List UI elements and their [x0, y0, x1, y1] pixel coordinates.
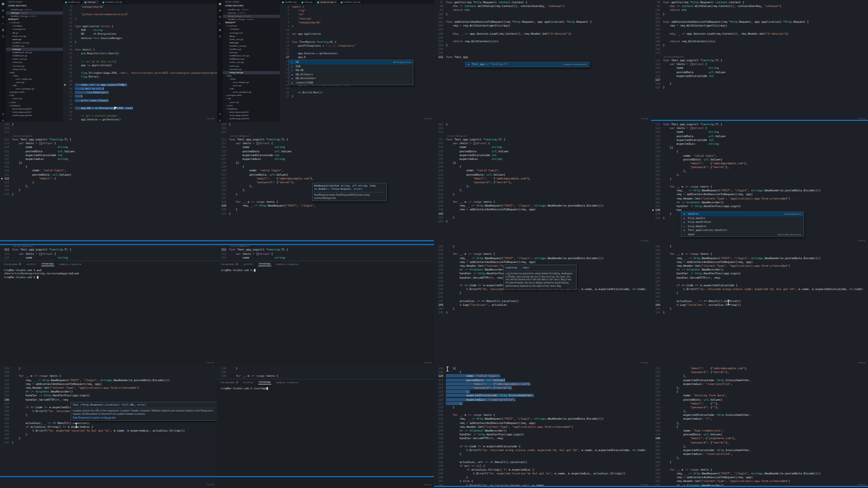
panel-tab-terminal[interactable]: TERMINAL — [41, 262, 54, 266]
code-line: 136 }, — [651, 421, 868, 425]
line-number: 116 — [0, 153, 12, 157]
autocomplete-item[interactable]: ▢DB.DB — [289, 68, 413, 73]
code-text: }, — [229, 184, 253, 188]
line-number: 100 — [651, 8, 663, 12]
testing-icon[interactable]: ⊟ — [219, 34, 221, 38]
code-text: expectedLoc string — [663, 142, 719, 146]
autocomplete-item[interactable]: ◆DB.AllUsers — [289, 73, 413, 77]
autocomplete-item[interactable]: ◇http.Handler — [681, 224, 803, 229]
panel-tab-terminal[interactable]: TERMINAL — [258, 381, 271, 384]
settings-icon[interactable]: ⚙ — [2, 118, 4, 122]
panel-tab-debug-console[interactable]: DEBUG CONSOLE — [276, 263, 298, 266]
panel-sash[interactable] — [0, 476, 217, 477]
autocomplete-item[interactable]: ▢DSN — [289, 65, 413, 69]
editor-area[interactable]: 98func getCtx(req *http.Request) context… — [651, 0, 868, 122]
editor-tab[interactable]: main.go — [299, 0, 315, 4]
ibeam-cursor-icon — [76, 423, 76, 427]
settings-icon[interactable]: ⚙ — [219, 118, 221, 122]
editor-area[interactable]: 118 }{119 {120 name: "valid login",121 p… — [434, 366, 651, 488]
autocomplete-item[interactable]: ◆http.HandleFunc — [681, 220, 803, 224]
watermark: Udemy — [858, 361, 865, 364]
code-line: 22 — [63, 55, 217, 59]
extensions-icon[interactable]: ▦ — [2, 28, 4, 31]
panel-tab-problems[interactable]: PROBLEMS — [4, 263, 21, 266]
autocomplete-item[interactable]: ◆http.Handle — [681, 216, 803, 221]
editor-tab[interactable]: handlers_test.go — [100, 0, 125, 4]
panel-sash[interactable] — [651, 486, 868, 487]
panel-sash[interactable] — [651, 120, 868, 121]
autocomplete-item[interactable]: ◆Test_application_handlers — [681, 228, 803, 233]
activity-bar: ▤◉⋔▷▦⊟◔⚙ — [217, 0, 223, 122]
terminal-panel[interactable]: PROBLEMSOUTPUTTERMINALDEBUG CONSOLEtcs@M… — [217, 379, 434, 488]
code-text: } — [663, 307, 672, 311]
editor-tab[interactable]: handlers.go — [63, 0, 82, 4]
panel-sash[interactable] — [434, 486, 651, 487]
explorer-icon[interactable]: ▤ — [219, 2, 221, 5]
source-control-icon[interactable]: ⋔ — [2, 15, 4, 18]
code-text: } — [12, 441, 14, 445]
editor-area[interactable]: handlers.gomain.go×handlers_test.go9 "we… — [63, 0, 217, 122]
tooltip-link[interactable]: (http.Response).Location on pkg.go.dev — [73, 416, 217, 419]
editor-tab[interactable]: handlers.go — [280, 0, 299, 4]
run-debug-icon[interactable]: ▷ — [2, 21, 4, 25]
panel-tab-debug-console[interactable]: DEBUG CONSOLE — [276, 381, 298, 384]
editor-area[interactable]: 109}110111run test | debug test112func T… — [434, 122, 651, 244]
code-text: han — [663, 208, 681, 212]
panel-sash[interactable] — [217, 476, 434, 477]
editor-area[interactable]: 109}110111run test | debug test112func T… — [0, 122, 217, 244]
panel-sash[interactable] — [0, 240, 217, 241]
panel-tab-debug-console[interactable]: DEBUG CONSOLE — [59, 263, 81, 266]
line-number: 119 — [434, 165, 446, 169]
testing-icon[interactable]: ⊟ — [2, 34, 4, 38]
extensions-icon[interactable]: ▦ — [219, 28, 221, 31]
run-debug-icon[interactable]: ▷ — [219, 21, 221, 25]
panel-sash[interactable] — [217, 240, 434, 241]
code-text: req.Header.Set("Content-Type", "applicat… — [12, 386, 139, 390]
autocomplete-item[interactable]: ⊡handlerhttp.HandlerFunc — [681, 212, 803, 216]
panel-tab-output[interactable]: OUTPUT — [26, 263, 36, 266]
panel-tab-problems[interactable]: PROBLEMS — [221, 263, 238, 266]
autocomplete-item[interactable]: ◆DB.DeleteUser — [289, 76, 413, 81]
code-text: conn, err := app.connectToDB() — [75, 83, 127, 87]
terminal-panel[interactable]: PROBLEMSOUTPUTTERMINALDEBUG CONSOLEtcs@M… — [217, 261, 434, 366]
search-icon[interactable]: ◉ — [2, 8, 4, 12]
source-control-icon[interactable]: ⋔ — [219, 15, 221, 18]
editor-tab[interactable]: setup_test.go● — [315, 0, 339, 4]
line-number: 106 — [434, 36, 446, 40]
autocomplete-item[interactable]: ▢DBdb.PostgresConn — [289, 60, 413, 65]
code-text: } — [446, 43, 448, 47]
autocomplete-item[interactable]: ◆connectToDB — [289, 81, 413, 85]
line-number: 132 — [434, 421, 446, 425]
code-line: 29 conn, err := app.connectToDB() — [63, 83, 217, 87]
editor-area[interactable]: 128 }129130 for _, e := range tests {131… — [434, 244, 651, 366]
code-line: 108 return req.WithContext(ctx) — [651, 40, 868, 43]
terminal-panel[interactable]: PROBLEMSOUTPUTTERMINALDEBUG CONSOLEtcs@M… — [0, 261, 217, 366]
file-tree-item[interactable]: profile.page.gohtml — [223, 117, 280, 120]
panel-sash[interactable] — [0, 244, 217, 245]
autocomplete-item[interactable]: ᵃhandhttp handler declaration — [681, 233, 803, 237]
panel-tab-terminal[interactable]: TERMINAL — [258, 262, 271, 266]
editor-area[interactable]: 128 }129130 for _, e := range tests {131… — [0, 366, 217, 488]
editor-area[interactable]: 128 }129130 for _, e := range tests {131… — [651, 244, 868, 366]
line-number: 4 — [280, 5, 292, 9]
panel-tab-problems[interactable]: PROBLEMS — [221, 381, 238, 384]
hover-tooltip: NewRequest(method string, url string, bo… — [312, 183, 387, 201]
explorer-icon[interactable]: ▤ — [2, 2, 4, 5]
terminal-output[interactable]: tcs@Mac-Studio web % — [217, 267, 434, 272]
search-icon[interactable]: ◉ — [219, 8, 221, 12]
account-icon[interactable]: ◔ — [2, 112, 4, 115]
panel-tab-output[interactable]: OUTPUT — [243, 381, 253, 384]
panel-tab-output[interactable]: OUTPUT — [243, 263, 253, 266]
file-tree-item[interactable]: profile.page.gohtml — [6, 114, 63, 117]
terminal-output[interactable]: tcs@Mac-Studio web % pwd/Users/tcs/Deskt… — [0, 267, 217, 279]
editor-area[interactable]: 122 "email": {"admin@example.com"},123 "… — [651, 366, 868, 488]
editor-tab[interactable]: handlers_test.go — [339, 0, 363, 4]
editor-area[interactable]: 97func getCtx(req *http.Request) context… — [434, 0, 651, 122]
panel-sash[interactable] — [217, 244, 434, 245]
line-number: 12 — [63, 17, 75, 21]
account-icon[interactable]: ◔ — [219, 112, 221, 115]
editor-tab[interactable]: main.go× — [82, 0, 100, 4]
autocomplete-item[interactable]: ◆Test_app(t *testing.T)complete the para… — [465, 62, 589, 67]
terminal-output[interactable]: tcs@Mac-Studio web % coverage — [217, 385, 434, 390]
code-text: req = req.WithContext(getCtx(req)) — [663, 24, 727, 28]
